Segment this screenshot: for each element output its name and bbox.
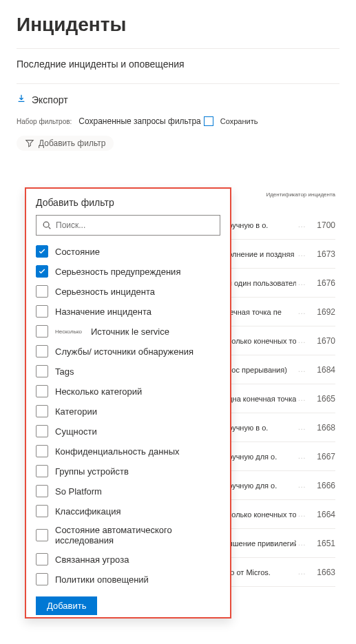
table-row[interactable]: rнесколько конечных точек...1670: [213, 326, 335, 355]
checkbox[interactable]: [36, 325, 48, 337]
incident-id: 1664: [317, 510, 335, 519]
filter-option[interactable]: Службы/ источники обнаружения: [36, 345, 220, 357]
table-row[interactable]: ed вручную в о....1668: [213, 413, 335, 442]
option-label: Состояние автоматического исследования: [55, 525, 220, 546]
saved-queries-label[interactable]: Сохраненные запросы фильтра: [78, 116, 213, 126]
filter-option[interactable]: Несколько категорий: [36, 385, 220, 397]
section-label: Последние инциденты и оповещения: [17, 59, 339, 70]
svg-point-0: [43, 222, 49, 227]
table-row[interactable]: Irving один пользователь...1676: [213, 269, 335, 298]
ellipsis: ...: [298, 395, 306, 402]
table-row[interactable]: ed вручную для о....1666: [213, 471, 335, 500]
ellipsis: ...: [298, 481, 306, 489]
filter-option[interactable]: Классификация: [36, 505, 220, 517]
incident-id: 1651: [317, 539, 335, 548]
add-filter-button[interactable]: Добавить фильтр: [17, 136, 114, 151]
checkbox[interactable]: [36, 573, 48, 585]
ellipsis: ...: [298, 424, 306, 431]
filter-option[interactable]: Серьезность предупреждения: [36, 265, 220, 278]
filter-option[interactable]: Сущности: [36, 425, 220, 437]
filter-option[interactable]: So Platform: [36, 485, 220, 497]
table-row[interactable]: ed вручную для о....1667: [213, 442, 335, 471]
filter-option[interactable]: Связанная угроза: [36, 553, 220, 565]
ellipsis: ...: [298, 308, 306, 315]
filter-option[interactable]: Состояние автоматического исследования: [36, 525, 220, 546]
incident-id: 1666: [317, 481, 335, 490]
incident-id-header: Идентификатор инцидента: [266, 191, 335, 198]
checkbox[interactable]: [36, 445, 48, 457]
filter-option[interactable]: Категории: [36, 405, 220, 417]
saved-queries-text: Сохраненные запросы фильтра: [78, 116, 200, 126]
checkbox[interactable]: [36, 385, 48, 397]
checkbox[interactable]: [36, 529, 48, 541]
search-icon: [42, 220, 52, 230]
option-label: Конфиденциальность данных: [55, 446, 180, 457]
table-row[interactable]: ed вручную в о....1700: [213, 211, 335, 240]
checkbox[interactable]: [36, 365, 48, 377]
checkbox[interactable]: [36, 265, 48, 278]
option-label: Несколько категорий: [55, 386, 142, 397]
table-row[interactable]: tзапрос прерывания)...1684: [213, 355, 335, 384]
table-row[interactable]: Выполнение и поздняя...1673: [213, 240, 335, 269]
filter-option[interactable]: Политики оповещений: [36, 573, 220, 585]
checkbox[interactable]: [36, 425, 48, 437]
ellipsis: ...: [298, 510, 306, 518]
option-label: Источник le service: [91, 326, 169, 337]
filter-option[interactable]: Группы устройств: [36, 465, 220, 477]
option-label: Классификация: [55, 506, 121, 517]
filter-option[interactable]: Серьезность инцидента: [36, 285, 220, 298]
option-label: Состояние: [55, 247, 100, 257]
page-title: Инциденты: [17, 14, 339, 36]
filter-option[interactable]: НесколькоИсточник le service: [36, 325, 220, 337]
add-button[interactable]: Добавить: [36, 596, 97, 615]
export-button[interactable]: Экспорт: [32, 94, 68, 105]
save-button[interactable]: Сохранить: [220, 117, 258, 125]
save-query-icon: [204, 116, 213, 126]
filter-option[interactable]: Конфиденциальность данных: [36, 445, 220, 457]
search-field[interactable]: [56, 220, 214, 230]
table-row[interactable]: Повышение привилегий...1651: [213, 529, 335, 558]
option-label: Службы/ источники обнаружения: [55, 346, 193, 357]
option-label: Серьезность предупреждения: [55, 267, 180, 277]
divider: [17, 48, 339, 49]
checkbox[interactable]: [36, 553, 48, 565]
incident-id: 1663: [317, 568, 335, 577]
add-filter-popup: Добавить фильтр СостояниеСерьезность пре…: [25, 187, 231, 619]
popup-title: Добавить фильтр: [36, 197, 220, 208]
ellipsis: ...: [298, 453, 306, 460]
filter-search-input[interactable]: [36, 215, 220, 236]
filter-option[interactable]: Назначение инцидента: [36, 305, 220, 318]
option-label: Политики оповещений: [55, 574, 149, 585]
ellipsis: ...: [298, 250, 306, 258]
incident-id: 1667: [317, 452, 335, 461]
option-label: Назначение инцидента: [55, 307, 151, 317]
checkbox[interactable]: [36, 245, 48, 258]
table-row[interactable]: оконечная точка пе...1692: [213, 298, 335, 326]
filter-set-label: Набор фильтров:: [17, 118, 72, 125]
ellipsis: ...: [298, 337, 306, 344]
checkbox[interactable]: [36, 485, 48, 497]
option-label: Сущности: [55, 426, 97, 437]
option-label: Категории: [55, 406, 97, 417]
table-row[interactable]: on одна конечная точка...1665: [213, 384, 335, 413]
filter-option[interactable]: Состояние: [36, 245, 220, 258]
option-label: So Platform: [55, 486, 102, 497]
checkbox[interactable]: [36, 505, 48, 517]
option-prefix: Несколько: [55, 329, 82, 335]
checkbox[interactable]: [36, 285, 48, 298]
checkbox[interactable]: [36, 405, 48, 417]
ellipsis: ...: [298, 279, 306, 287]
incident-id: 1700: [317, 220, 335, 230]
checkbox[interactable]: [36, 305, 48, 318]
incident-id: 1692: [317, 307, 335, 317]
checkbox[interactable]: [36, 345, 48, 357]
incident-id: 1670: [317, 336, 335, 346]
incident-id: 1684: [317, 365, 335, 375]
filter-option[interactable]: Tags: [36, 365, 220, 377]
checkbox[interactable]: [36, 465, 48, 477]
ellipsis: ...: [298, 221, 306, 229]
option-label: Группы устройств: [55, 466, 129, 477]
table-row[interactable]: олово от Micros....1663: [213, 558, 335, 587]
table-row[interactable]: rнесколько конечных точек...1664: [213, 500, 335, 529]
incident-id: 1673: [317, 249, 335, 259]
